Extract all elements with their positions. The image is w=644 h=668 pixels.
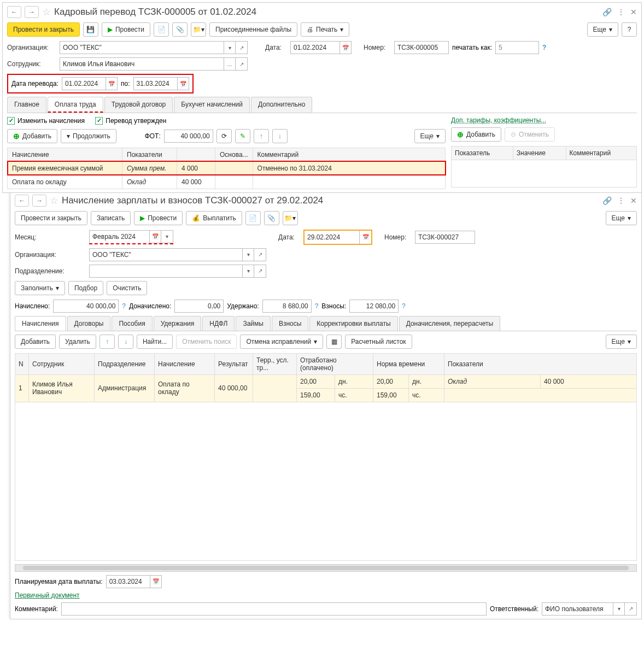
resp-input[interactable] xyxy=(542,602,613,616)
save-button[interactable]: Записать xyxy=(91,211,131,225)
close-icon[interactable]: ✕ xyxy=(630,8,637,16)
calendar-icon[interactable]: 📅 xyxy=(106,77,118,90)
grid-icon[interactable]: ▦ xyxy=(326,335,342,349)
grid-row[interactable]: 1 Климов Илья Иванович Администрация Опл… xyxy=(15,374,637,388)
post-and-close-button[interactable]: Провести и закрыть xyxy=(7,22,80,37)
more-button-3[interactable]: Еще ▾ xyxy=(606,211,637,225)
tab-payment[interactable]: Оплата труда xyxy=(48,97,103,113)
calendar-icon[interactable]: 📅 xyxy=(177,77,189,90)
calendar-icon[interactable]: 📅 xyxy=(149,230,161,243)
dop-tarify-link[interactable]: Доп. тарифы, коэффициенты... xyxy=(451,116,637,124)
side-cancel-button[interactable]: ⊖Отменить xyxy=(505,127,555,142)
tab-contributions[interactable]: Взносы xyxy=(272,316,308,331)
dropdown-icon[interactable]: ▾ xyxy=(242,248,254,261)
calendar-icon[interactable]: 📅 xyxy=(150,575,162,588)
link-icon[interactable]: 🔗 xyxy=(602,196,612,205)
side-add-button[interactable]: ⊕Добавить xyxy=(451,127,501,142)
more-button-4[interactable]: Еще ▾ xyxy=(606,335,637,349)
tab-loans[interactable]: Займы xyxy=(236,316,271,331)
primary-doc-link[interactable]: Первичный документ xyxy=(15,591,80,599)
add-button[interactable]: ⊕Добавить xyxy=(7,129,57,143)
folder-icon-button[interactable]: 📁▾ xyxy=(191,22,206,37)
employee-input[interactable] xyxy=(60,57,224,71)
refresh-icon[interactable]: ⟳ xyxy=(216,129,232,143)
star-icon[interactable]: ☆ xyxy=(50,195,58,207)
calendar-icon[interactable]: 📅 xyxy=(339,41,352,54)
table-row[interactable]: Премия ежемесячная суммой Сумма прем. 4 … xyxy=(8,161,446,175)
comment-input[interactable] xyxy=(61,602,487,616)
pay-button[interactable]: 💰 Выплатить xyxy=(186,211,242,225)
doc-icon[interactable]: 📄 xyxy=(245,211,261,225)
more-button-2[interactable]: Еще ▾ xyxy=(414,129,446,143)
cancel-fix-button[interactable]: Отмена исправлений ▾ xyxy=(240,335,323,349)
save-icon-button[interactable]: 💾 xyxy=(83,22,98,37)
print-button[interactable]: 🖨 Печать ▾ xyxy=(301,22,349,37)
cancel-search-button[interactable]: Отменить поиск xyxy=(176,335,237,349)
folder-icon[interactable]: 📁▾ xyxy=(283,211,298,225)
open-icon[interactable]: ↗ xyxy=(236,41,248,54)
tab-corrections[interactable]: Корректировки выплаты xyxy=(309,316,397,331)
back-button[interactable]: ← xyxy=(15,195,29,207)
post-button-2[interactable]: ▶Провести xyxy=(134,211,183,225)
number-input-2[interactable] xyxy=(415,231,475,244)
date-input[interactable] xyxy=(290,41,339,54)
help-icon[interactable]: ? xyxy=(542,44,546,51)
grid-add-button[interactable]: Добавить xyxy=(15,335,56,349)
help-icon[interactable]: ? xyxy=(122,302,126,310)
accruals-table[interactable]: Начисление Показатели Основа... Коммента… xyxy=(7,148,446,189)
post-button[interactable]: ▶Провести xyxy=(102,22,150,37)
contrib-input[interactable] xyxy=(349,300,399,313)
planned-date-input[interactable] xyxy=(106,575,150,588)
dropdown-icon[interactable]: ▾ xyxy=(224,41,236,54)
close-icon[interactable]: ✕ xyxy=(630,196,637,205)
payroll-grid[interactable]: N Сотрудник Подразделение Начисление Рез… xyxy=(15,353,637,561)
change-accruals-checkbox[interactable]: ✓Изменить начисления xyxy=(7,117,85,125)
forward-button[interactable]: → xyxy=(25,6,39,18)
menu-icon[interactable]: ⋮ xyxy=(617,196,625,205)
tab-contracts[interactable]: Договоры xyxy=(67,316,111,331)
tab-main[interactable]: Главное xyxy=(7,97,46,113)
horizontal-scrollbar[interactable] xyxy=(15,564,637,572)
number-input[interactable] xyxy=(394,41,449,54)
star-icon[interactable]: ☆ xyxy=(42,6,51,18)
tab-accruals[interactable]: Начисления xyxy=(15,316,66,331)
tab-benefits[interactable]: Пособия xyxy=(112,316,152,331)
tab-contract[interactable]: Трудовой договор xyxy=(104,97,173,113)
extra-input[interactable] xyxy=(174,300,224,313)
transfer-to-input[interactable] xyxy=(133,77,177,90)
help-icon[interactable]: ? xyxy=(402,302,406,310)
print-as-input[interactable] xyxy=(495,41,539,54)
help-button[interactable]: ? xyxy=(622,22,637,37)
doc-icon-button[interactable]: 📄 xyxy=(154,22,169,37)
attached-files-button[interactable]: Присоединенные файлы xyxy=(209,22,297,37)
open-icon[interactable]: ↗ xyxy=(236,57,248,71)
withheld-input[interactable] xyxy=(262,300,312,313)
tab-additional[interactable]: Дополнительно xyxy=(251,97,312,113)
table-row[interactable]: Оплата по окладу Оклад 40 000 xyxy=(8,175,446,189)
tab-accounting[interactable]: Бухучет начислений xyxy=(174,97,250,113)
tab-deductions[interactable]: Удержания xyxy=(154,316,202,331)
continue-button[interactable]: ▾ Продолжить xyxy=(61,129,116,143)
attach-icon[interactable]: 📎 xyxy=(264,211,279,225)
transfer-from-input[interactable] xyxy=(62,77,106,90)
transfer-approved-checkbox[interactable]: ✓Перевод утвержден xyxy=(95,117,166,125)
fot-input[interactable] xyxy=(164,130,213,143)
down-icon[interactable]: ↓ xyxy=(118,335,133,349)
open-icon[interactable]: ↗ xyxy=(254,265,266,278)
side-table[interactable]: Показатель Значение Комментарий xyxy=(451,146,637,187)
open-icon[interactable]: ↗ xyxy=(625,602,637,616)
payslip-button[interactable]: Расчетный листок xyxy=(345,335,412,349)
down-icon[interactable]: ↓ xyxy=(272,129,288,143)
grid-delete-button[interactable]: Удалить xyxy=(59,335,96,349)
more-button[interactable]: Еще ▾ xyxy=(587,22,618,37)
org-input[interactable] xyxy=(60,41,224,54)
date-input-2[interactable] xyxy=(305,231,359,244)
back-button[interactable]: ← xyxy=(7,6,21,18)
spinner-icon[interactable]: ▾ xyxy=(161,230,173,243)
tab-recalcs[interactable]: Доначисления, перерасчеты xyxy=(399,316,500,331)
up-icon[interactable]: ↑ xyxy=(254,129,269,143)
attach-icon-button[interactable]: 📎 xyxy=(172,22,188,37)
menu-icon[interactable]: ⋮ xyxy=(617,8,625,16)
open-icon[interactable]: ↗ xyxy=(254,248,266,261)
up-icon[interactable]: ↑ xyxy=(99,335,115,349)
